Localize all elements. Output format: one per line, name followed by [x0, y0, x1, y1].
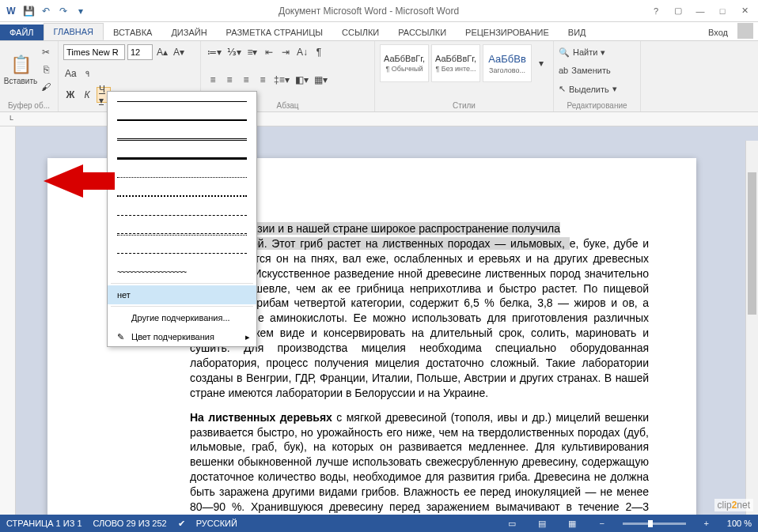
format-painter-icon[interactable]: 🖌: [39, 79, 53, 95]
close-icon[interactable]: ✕: [734, 3, 755, 19]
bullets-icon[interactable]: ≔▾: [206, 44, 223, 60]
underline-single[interactable]: [108, 92, 256, 111]
zoom-slider[interactable]: [623, 523, 686, 525]
group-editing: 🔍Найти ▾ abЗаменить ↖Выделить ▾ Редактир…: [554, 41, 641, 111]
underline-dropdown-menu: ~~~~~~~~~~~~~~~~~~ нет Другие подчеркива…: [107, 91, 257, 347]
cut-icon[interactable]: ✂: [39, 44, 53, 60]
underline-none[interactable]: нет: [108, 285, 256, 304]
ribbon-options-icon[interactable]: ▢: [668, 3, 688, 19]
font-name-input[interactable]: [63, 44, 125, 60]
tab-view[interactable]: ВИД: [559, 25, 596, 40]
increase-indent-icon[interactable]: ⇥: [279, 44, 293, 60]
multilevel-icon[interactable]: ≡▾: [245, 44, 260, 60]
zoom-level[interactable]: 100 %: [727, 519, 752, 528]
underline-more[interactable]: Другие подчеркивания...: [108, 308, 256, 327]
help-icon[interactable]: ?: [646, 3, 666, 19]
align-left-icon[interactable]: ≡: [206, 72, 220, 88]
proofing-icon[interactable]: ✔: [178, 519, 185, 529]
paragraph2-text: с мягкой древесиной (тополя, ивы и др.) …: [190, 411, 649, 528]
paste-button[interactable]: 📋 Вставить: [5, 46, 36, 93]
window-controls: ? ▢ — □ ✕: [646, 3, 758, 19]
status-bar: СТРАНИЦА 1 ИЗ 1 СЛОВО 29 ИЗ 252 ✔ РУССКИ…: [0, 515, 758, 532]
underline-thick[interactable]: [108, 111, 256, 130]
sort-icon[interactable]: A↓: [295, 44, 309, 60]
style-heading[interactable]: АаБбВв Заголово...: [483, 44, 532, 82]
replace-button[interactable]: abЗаменить: [559, 62, 635, 78]
title-bar: W 💾 ↶ ↷ ▾ Документ Microsoft Word - Micr…: [0, 0, 758, 22]
grow-font-icon[interactable]: A▴: [155, 44, 169, 60]
status-language[interactable]: РУССКИЙ: [196, 519, 237, 528]
decrease-indent-icon[interactable]: ⇤: [262, 44, 276, 60]
scrollbar-thumb[interactable]: [748, 172, 756, 315]
minimize-icon[interactable]: —: [690, 3, 711, 19]
underline-dotted[interactable]: [108, 168, 256, 187]
annotation-arrow: [44, 158, 115, 204]
style-normal[interactable]: АаБбВвГг, ¶ Обычный: [380, 44, 429, 82]
select-button[interactable]: ↖Выделить ▾: [559, 81, 635, 97]
underline-heavy[interactable]: [108, 149, 256, 168]
clipboard-icon: 📋: [10, 55, 32, 75]
change-case-icon[interactable]: Aa: [63, 66, 78, 81]
tab-design[interactable]: ДИЗАЙН: [161, 25, 216, 40]
tab-file[interactable]: ФАЙЛ: [0, 25, 44, 40]
web-layout-icon[interactable]: ▦: [563, 516, 582, 530]
bold-button[interactable]: Ж: [63, 87, 78, 103]
paste-label: Вставить: [4, 77, 37, 85]
justify-icon[interactable]: ≡: [256, 72, 270, 88]
tab-references[interactable]: ССЫЛКИ: [332, 25, 388, 40]
tab-review[interactable]: РЕЦЕНЗИРОВАНИЕ: [456, 25, 559, 40]
save-icon[interactable]: 💾: [22, 5, 35, 17]
tab-layout[interactable]: РАЗМЕТКА СТРАНИЦЫ: [217, 25, 332, 40]
underline-dash[interactable]: [108, 206, 256, 224]
clear-format-icon[interactable]: १: [81, 66, 95, 81]
clipboard-group-label: Буфер об...: [5, 101, 53, 110]
styles-group-label: Стили: [380, 101, 548, 110]
find-button[interactable]: 🔍Найти ▾: [559, 44, 635, 60]
borders-icon[interactable]: ▦▾: [313, 72, 329, 88]
underline-wave[interactable]: ~~~~~~~~~~~~~~~~~~: [108, 262, 256, 281]
maximize-icon[interactable]: □: [712, 3, 733, 19]
shading-icon[interactable]: ◧▾: [294, 72, 310, 88]
zoom-out-icon[interactable]: −: [593, 516, 612, 530]
login-link[interactable]: Вход: [702, 25, 734, 40]
line-spacing-icon[interactable]: ‡≡▾: [272, 72, 291, 88]
status-words[interactable]: СЛОВО 29 ИЗ 252: [93, 519, 167, 528]
font-size-input[interactable]: [127, 44, 153, 60]
tab-insert[interactable]: ВСТАВКА: [104, 25, 161, 40]
replace-icon: ab: [559, 66, 568, 75]
copy-icon[interactable]: ⎘: [39, 62, 53, 77]
align-center-icon[interactable]: ≡: [222, 72, 237, 88]
vertical-ruler[interactable]: [0, 126, 16, 529]
tab-mailings[interactable]: РАССЫЛКИ: [388, 25, 456, 40]
window-title: Документ Microsoft Word - Microsoft Word: [92, 6, 646, 17]
select-icon: ↖: [559, 84, 566, 94]
document-text[interactable]: й Америке, Азии и в нашей стране широкое…: [190, 221, 649, 529]
underline-double[interactable]: [108, 130, 256, 149]
quick-access-toolbar: W 💾 ↶ ↷ ▾: [0, 5, 92, 17]
word-icon: W: [5, 5, 17, 17]
vertical-scrollbar[interactable]: [745, 141, 758, 529]
group-styles: АаБбВвГг, ¶ Обычный АаБбВвГг, ¶ Без инте…: [375, 41, 554, 111]
show-marks-icon[interactable]: ¶: [312, 44, 326, 60]
qat-dropdown-icon[interactable]: ▾: [74, 5, 87, 17]
align-right-icon[interactable]: ≡: [239, 72, 253, 88]
paragraph2-bold: На лиственных деревьях: [190, 411, 332, 424]
avatar-icon[interactable]: [737, 23, 753, 39]
ribbon-tabs: ФАЙЛ ГЛАВНАЯ ВСТАВКА ДИЗАЙН РАЗМЕТКА СТР…: [0, 22, 758, 41]
numbering-icon[interactable]: ⅓▾: [226, 44, 243, 60]
style-no-spacing[interactable]: АаБбВвГг, ¶ Без инте...: [431, 44, 480, 82]
undo-icon[interactable]: ↶: [40, 5, 52, 17]
underline-dotted-heavy[interactable]: [108, 187, 256, 206]
shrink-font-icon[interactable]: A▾: [172, 44, 186, 60]
print-layout-icon[interactable]: ▤: [532, 516, 551, 530]
status-page[interactable]: СТРАНИЦА 1 ИЗ 1: [6, 519, 82, 528]
styles-more-icon[interactable]: ▾: [534, 55, 548, 71]
underline-dash-dot-dot[interactable]: [108, 243, 256, 262]
underline-dash-dot[interactable]: [108, 224, 256, 243]
underline-color[interactable]: ✎Цвет подчеркивания▸: [108, 327, 256, 346]
zoom-in-icon[interactable]: +: [697, 516, 716, 530]
read-mode-icon[interactable]: ▭: [502, 516, 521, 530]
tab-home[interactable]: ГЛАВНАЯ: [44, 23, 104, 40]
redo-icon[interactable]: ↷: [57, 5, 70, 17]
italic-button[interactable]: К: [80, 87, 94, 103]
